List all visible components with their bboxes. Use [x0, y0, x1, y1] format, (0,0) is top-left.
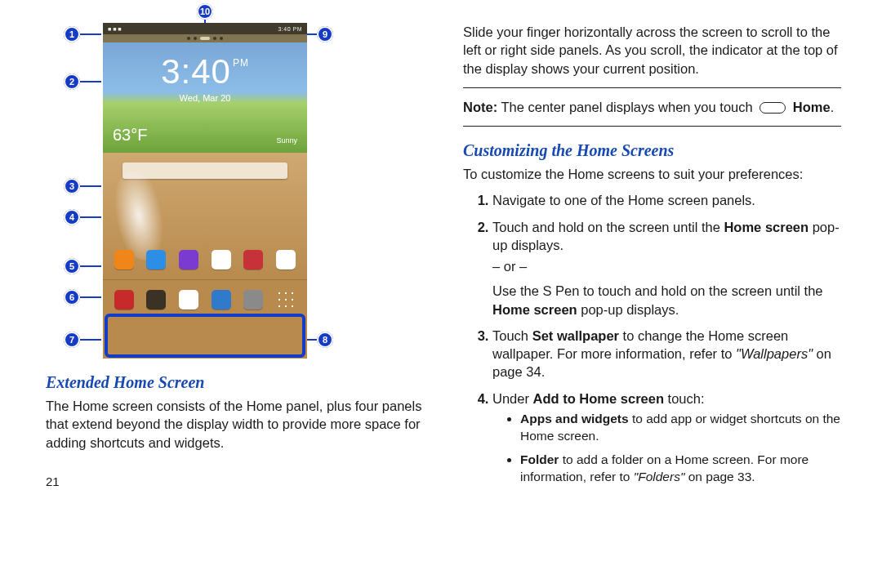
callout-5: 5	[64, 258, 80, 274]
status-time: 3:40 PM	[278, 26, 302, 32]
step-2: Touch and hold on the screen until the H…	[492, 218, 841, 318]
section-title-extended: Extended Home Screen	[46, 373, 424, 392]
step-2a: Touch and hold on the screen until the	[492, 220, 724, 234]
right-column: Slide your finger horizontally across th…	[443, 23, 841, 572]
status-left-icons: ■ ■ ■	[108, 26, 122, 32]
weather-temp: 63°F	[113, 126, 147, 145]
clock-time: 3:40 PM	[161, 52, 249, 91]
callout-10-label: 10	[200, 7, 210, 16]
left-column: 10 ■ ■ ■ 3:40 PM 3:40 PM Wed, Mar 20 63°…	[46, 23, 443, 572]
dock-icon	[146, 290, 166, 310]
step-2e: Home screen	[492, 302, 577, 317]
step-3a: Touch	[492, 328, 532, 343]
scroll-intro: Slide your finger horizontally across th…	[463, 23, 841, 78]
callout-6-label: 6	[69, 292, 74, 302]
callout-3: 3	[64, 178, 80, 194]
step-4-bullets: Apps and widgets to add app or widget sh…	[492, 411, 841, 486]
dock-icon	[114, 290, 134, 310]
note-label: Note:	[463, 100, 497, 114]
lead-3	[80, 185, 101, 187]
dock-icon	[212, 290, 231, 310]
callout-7: 7	[64, 332, 80, 348]
step-1: Navigate to one of the Home screen panel…	[492, 191, 841, 209]
dock-highlight	[105, 314, 305, 358]
callout-2: 2	[64, 74, 80, 90]
step-4: Under Add to Home screen touch: Apps and…	[492, 390, 841, 486]
bullet-1a: Apps and widgets	[520, 412, 629, 425]
dock-icon	[243, 290, 263, 310]
app-icon	[276, 250, 296, 270]
wallpaper-area	[103, 153, 307, 279]
app-row-upper	[103, 240, 307, 279]
clock-date: Wed, Mar 20	[180, 93, 231, 103]
lead-2	[80, 81, 101, 82]
callout-2-label: 2	[69, 77, 74, 87]
callout-7-label: 7	[69, 335, 74, 345]
step-1-text: Navigate to one of the Home screen panel…	[492, 193, 755, 207]
step-4a: Under	[492, 391, 533, 406]
google-search-bar	[122, 163, 287, 179]
callout-3-label: 3	[69, 181, 74, 191]
step-2b: Home screen	[724, 220, 808, 234]
callout-6: 6	[64, 289, 80, 305]
app-icon	[243, 250, 263, 270]
callout-4: 4	[64, 209, 80, 225]
step-3b: Set wallpaper	[532, 328, 619, 343]
home-screen-diagram: 10 ■ ■ ■ 3:40 PM 3:40 PM Wed, Mar 20 63°…	[103, 23, 348, 359]
callout-8-label: 8	[323, 335, 327, 345]
step-3-ref: "Wallpapers"	[736, 346, 813, 361]
callout-4-label: 4	[69, 212, 74, 222]
dock-row	[103, 280, 307, 319]
note-row: Note: The center panel displays when you…	[463, 98, 841, 116]
lead-8	[307, 339, 317, 341]
app-icon	[146, 250, 166, 270]
step-4c: touch:	[664, 391, 705, 406]
dock	[103, 279, 307, 359]
step-4b: Add to Home screen	[533, 391, 664, 406]
section-title-customizing: Customizing the Home Screens	[463, 141, 841, 160]
callout-10: 10	[197, 3, 213, 20]
lead-9	[307, 33, 317, 35]
rule-top	[463, 87, 841, 88]
app-icon	[179, 250, 198, 270]
step-2f: pop-up displays.	[577, 302, 679, 317]
callout-5-label: 5	[69, 261, 74, 271]
customize-lead: To customize the Home screens to suit yo…	[463, 165, 841, 183]
clock-time-value: 3:40	[161, 52, 231, 91]
lead-4	[80, 216, 101, 218]
bullet-2c: on page 33.	[684, 470, 755, 483]
app-icon	[114, 250, 134, 270]
bullet-folder: Folder to add a folder on a Home screen.…	[520, 452, 841, 486]
app-icon	[212, 250, 231, 270]
step-2d: Use the S Pen to touch and hold on the s…	[492, 283, 823, 298]
device-screenshot: ■ ■ ■ 3:40 PM 3:40 PM Wed, Mar 20 63°F S…	[103, 23, 307, 359]
lead-6	[80, 296, 101, 298]
status-bar: ■ ■ ■ 3:40 PM	[103, 23, 307, 34]
callout-9: 9	[317, 26, 333, 42]
step-2-or: – or –	[492, 257, 841, 275]
extended-para: The Home screen consists of the Home pan…	[46, 397, 424, 452]
page-indicator	[103, 34, 307, 42]
lead-1	[80, 33, 101, 35]
lead-7	[80, 339, 101, 341]
clock-ampm: PM	[233, 57, 249, 69]
manual-page: 10 ■ ■ ■ 3:40 PM 3:40 PM Wed, Mar 20 63°…	[0, 0, 882, 588]
callout-1-label: 1	[69, 29, 74, 39]
callout-8: 8	[317, 332, 333, 348]
bullet-apps-widgets: Apps and widgets to add app or widget sh…	[520, 411, 841, 445]
dock-icon	[179, 290, 198, 310]
note-text: The center panel displays when you touch	[501, 100, 752, 114]
callout-1: 1	[64, 26, 80, 42]
callout-9-label: 9	[323, 29, 327, 39]
steps-list: Navigate to one of the Home screen panel…	[463, 191, 841, 485]
bullet-2a: Folder	[520, 452, 559, 466]
weather-desc: Sunny	[276, 136, 297, 145]
note-home: Home	[793, 100, 831, 114]
bullet-2-ref: "Folders"	[634, 470, 685, 483]
step-3: Touch Set wallpaper to change the Home s…	[492, 327, 841, 381]
page-number: 21	[46, 474, 424, 488]
apps-grid-icon	[276, 290, 296, 310]
lead-5	[80, 265, 101, 267]
clock-weather-widget: 3:40 PM Wed, Mar 20 63°F Sunny	[103, 42, 307, 153]
rule-bottom	[463, 126, 841, 127]
